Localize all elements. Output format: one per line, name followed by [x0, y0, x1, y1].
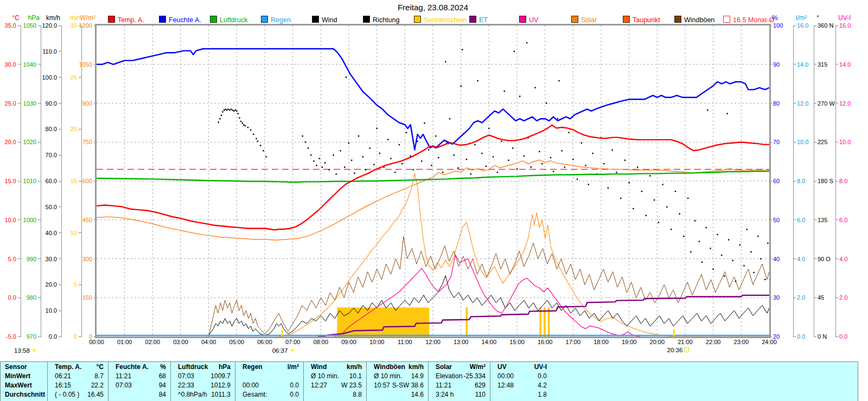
wind-direction-dot — [329, 169, 330, 170]
wind-direction-dot — [413, 169, 414, 170]
x-tick-label: 18:00 — [589, 339, 613, 345]
axis-tick-label: 50.0 — [35, 204, 57, 210]
sunshine-bar — [539, 307, 541, 337]
wind-direction-dot — [369, 147, 371, 148]
axis-tick — [59, 311, 61, 311]
wind-direction-dot — [739, 244, 741, 245]
axis-tick-label: 16.0 — [839, 23, 851, 29]
wind-direction-dot — [546, 102, 547, 104]
wind-direction-dot — [348, 143, 349, 144]
wind-direction-dot — [245, 125, 246, 126]
axis-tick-label: 100 — [773, 23, 783, 29]
table-cell-value: 84 — [119, 390, 166, 399]
wind-direction-dot — [257, 140, 258, 141]
wind-direction-dot — [324, 162, 326, 163]
wind-direction-dot — [362, 156, 363, 157]
table-cell-value: 1012.9 — [181, 381, 231, 390]
legend-label: UV — [529, 16, 538, 24]
axis-tick — [814, 181, 816, 182]
wind-direction-dot — [687, 198, 688, 199]
wind-direction-dot — [671, 229, 672, 230]
wind-direction-dot — [240, 121, 241, 122]
wind-direction-dot — [531, 166, 532, 167]
axis-tick-label: 315 — [818, 62, 827, 68]
table-row-header: Sensor — [5, 363, 46, 372]
wind-direction-dot — [658, 222, 659, 223]
wind-direction-dot — [706, 227, 707, 228]
table-group-unit: hPa — [201, 363, 231, 372]
axis-tick-label: 40.0 — [35, 230, 57, 236]
axis-tick — [38, 219, 41, 220]
axis-tick-label: 750 — [71, 139, 92, 145]
x-tick-label: 21:00 — [673, 339, 697, 345]
axis-tick — [793, 219, 796, 220]
wind-direction-dot — [501, 140, 502, 141]
axis-line — [793, 25, 794, 337]
axis-tick — [59, 206, 61, 207]
axis-tick-label: 1010 — [15, 178, 36, 184]
sun-time-tick — [281, 329, 283, 337]
wind-direction-dot — [735, 281, 736, 282]
table-group-label: Solar — [436, 363, 452, 372]
axis-tick — [38, 64, 41, 64]
axis-unit-label: ° — [816, 15, 819, 21]
wind-direction-dot — [721, 255, 722, 256]
wind-direction-dot — [553, 171, 554, 172]
axis-tick — [793, 142, 796, 143]
wind-direction-dot — [231, 108, 232, 109]
axis-tick — [59, 51, 61, 51]
axis-tick — [59, 155, 61, 156]
legend-item: Wind — [312, 16, 337, 23]
table-cell-value: 8.7 — [58, 372, 104, 381]
axis-unit-label: W/m² — [74, 15, 95, 21]
axis-tick-label: 8.0 — [839, 178, 847, 184]
legend-label: Luftdruck — [220, 16, 247, 24]
table-separator — [235, 362, 235, 401]
axis-tick-label: 10 — [55, 230, 77, 236]
table-cell-value: -25.334 — [439, 372, 486, 381]
table-separator — [108, 362, 108, 401]
wind-direction-dot — [424, 122, 425, 124]
legend-label: Windböen — [684, 16, 714, 24]
axis-tick-label: 8.0 — [797, 178, 805, 184]
x-tick-label: 05:00 — [225, 339, 248, 345]
wind-direction-dot — [399, 144, 400, 145]
wind-direction-dot — [666, 206, 667, 208]
wind-direction-dot — [724, 275, 725, 276]
axis-tick-label: 45 — [818, 295, 824, 301]
wind-direction-dot — [592, 153, 593, 154]
axis-tick-label: 70 — [773, 139, 780, 145]
legend-item: Solar — [571, 16, 597, 23]
axis-tick-label: 6.0 — [797, 217, 805, 223]
x-tick-label: 19:00 — [617, 339, 641, 345]
table-cell-value: 110 — [439, 390, 486, 399]
axis-tick — [835, 337, 838, 337]
x-tick-label: 10:00 — [365, 339, 389, 345]
x-tick-label: 06:00 — [253, 339, 277, 345]
wind-direction-dot — [699, 241, 700, 242]
wind-direction-dot — [683, 236, 684, 237]
table-separator — [490, 362, 490, 401]
table-cell-value: 1009.7 — [181, 372, 231, 381]
table-separator — [366, 362, 367, 401]
axis-tick — [835, 64, 838, 64]
table-group-unit: km/h — [333, 363, 362, 372]
sunrise-value: 06:37 — [272, 347, 288, 354]
wind-direction-dot — [557, 118, 558, 119]
table-cell-value: 4.2 — [501, 381, 547, 390]
table-cell-value: 14.6 — [377, 390, 424, 399]
axis-tick — [59, 103, 61, 104]
legend-item: Regen — [261, 16, 291, 23]
wind-direction-dot — [346, 76, 347, 77]
axis-tick-label: 1000 — [15, 217, 36, 223]
legend-swatch-icon — [159, 16, 166, 23]
legend-label: Feuchte A. — [169, 16, 201, 24]
wind-direction-dot — [236, 111, 237, 112]
wind-direction-dot — [577, 179, 578, 180]
table-separator — [47, 362, 48, 401]
legend-swatch-icon — [414, 16, 421, 23]
axis-tick — [793, 181, 796, 182]
wind-direction-dot — [654, 199, 655, 200]
wind-direction-dot — [641, 191, 642, 192]
wind-direction-dot — [256, 138, 257, 139]
